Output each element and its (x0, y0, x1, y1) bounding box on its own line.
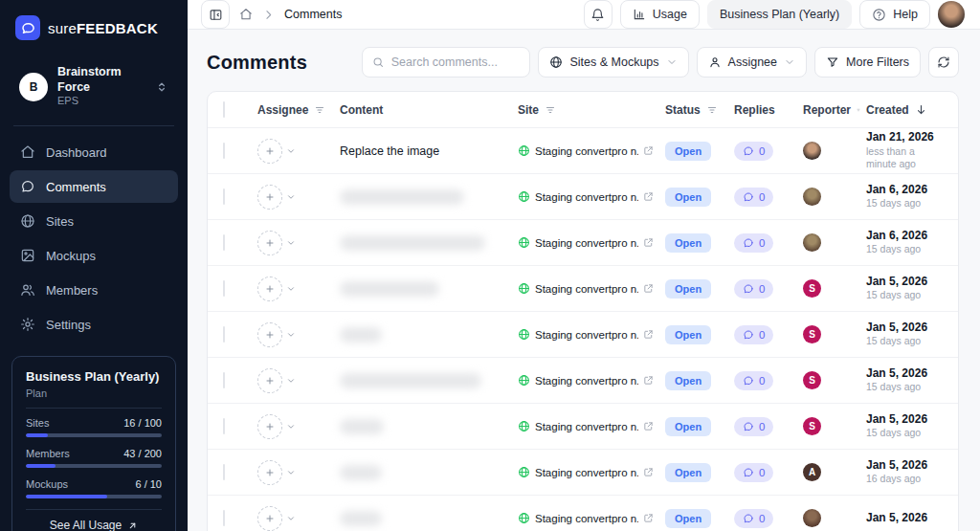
table-row[interactable]: Staging convertpro n... Open 0 Jan 6, 20… (208, 220, 958, 266)
row-checkbox[interactable] (223, 280, 225, 297)
sidebar-item-sites[interactable]: Sites (10, 205, 178, 237)
col-header-reporter[interactable]: Reporter (803, 103, 860, 117)
search-input[interactable] (391, 55, 521, 69)
chevron-down-icon[interactable] (286, 376, 296, 386)
table-row[interactable]: Staging convertpro n... Open 0 S Jan 5, … (208, 312, 958, 358)
chevron-down-icon[interactable] (286, 514, 296, 523)
sidebar-item-comments[interactable]: Comments (10, 170, 178, 203)
replies-count-pill: 0 (734, 142, 773, 161)
chevron-down-icon[interactable] (286, 192, 296, 202)
assign-user-button[interactable] (257, 185, 282, 210)
row-checkbox[interactable] (223, 326, 225, 343)
chevron-down-icon[interactable] (286, 468, 296, 477)
site-link[interactable]: Staging convertpro n... (518, 420, 659, 432)
sites-mockups-filter[interactable]: Sites & Mockups (538, 47, 688, 77)
external-link-icon[interactable] (643, 513, 654, 523)
usage-row-mockups: Mockups6 / 10 (26, 478, 162, 498)
sidebar-item-mockups[interactable]: Mockups (10, 239, 178, 272)
breadcrumb-home[interactable] (239, 8, 253, 21)
site-name: Staging convertpro n... (535, 513, 638, 524)
sidebar-item-settings[interactable]: Settings (10, 308, 178, 341)
notifications-button[interactable] (584, 0, 612, 29)
row-checkbox[interactable] (223, 234, 225, 251)
site-link[interactable]: Staging convertpro n... (518, 236, 659, 249)
assign-user-button[interactable] (257, 322, 282, 347)
table-row[interactable]: Replace the image Staging convertpro n..… (208, 128, 958, 174)
help-button[interactable]: Help (859, 0, 930, 29)
redacted-content (340, 327, 382, 343)
col-header-assignee[interactable]: Assignee (257, 103, 334, 117)
site-link[interactable]: Staging convertpro n... (518, 190, 659, 203)
row-checkbox[interactable] (223, 188, 225, 205)
assign-user-button[interactable] (257, 277, 282, 301)
status-badge: Open (665, 325, 711, 344)
table-row[interactable]: Staging convertpro n... Open 0 S Jan 5, … (208, 266, 958, 312)
col-header-status[interactable]: Status (665, 103, 728, 117)
reporter-avatar (803, 188, 821, 206)
usage-button[interactable]: Usage (620, 0, 700, 29)
assign-user-button[interactable] (257, 460, 282, 485)
row-checkbox[interactable] (223, 418, 225, 434)
site-link[interactable]: Staging convertpro n... (518, 374, 659, 387)
chevron-down-icon[interactable] (286, 284, 296, 294)
replies-count-pill: 0 (734, 463, 773, 482)
assign-user-button[interactable] (257, 231, 282, 255)
sidebar-item-label: Comments (46, 180, 106, 194)
refresh-button[interactable] (928, 47, 959, 77)
globe-icon (518, 282, 530, 295)
select-all-checkbox[interactable] (223, 101, 225, 118)
question-circle-icon (872, 8, 886, 22)
plus-icon (264, 329, 276, 341)
chevron-down-icon[interactable] (286, 146, 296, 156)
chevron-down-icon[interactable] (286, 330, 296, 340)
plus-icon (264, 421, 276, 432)
site-link[interactable]: Staging convertpro n... (518, 328, 659, 341)
assign-user-button[interactable] (257, 368, 282, 393)
collapse-sidebar-button[interactable] (201, 0, 230, 29)
external-link-icon[interactable] (643, 237, 654, 248)
row-checkbox[interactable] (223, 143, 225, 159)
chevron-down-icon[interactable] (286, 238, 296, 248)
table-row[interactable]: Staging convertpro n... Open 0 S Jan 5, … (208, 404, 958, 450)
table-row[interactable]: Staging convertpro n... Open 0 S Jan 5, … (208, 358, 958, 404)
user-avatar[interactable] (938, 1, 965, 28)
search-box[interactable] (362, 47, 530, 77)
more-filters-button[interactable]: More Filters (814, 47, 921, 77)
assign-user-button[interactable] (257, 414, 282, 439)
globe-icon (518, 466, 530, 478)
external-link-icon[interactable] (643, 375, 654, 386)
col-header-site[interactable]: Site (518, 103, 659, 117)
table-row[interactable]: Staging convertpro n... Open 0 Jan 6, 20… (208, 174, 958, 220)
site-link[interactable]: Staging convertpro n... (518, 282, 659, 295)
table-row[interactable]: Staging convertpro n... Open 0 Jan 5, 20… (208, 496, 958, 531)
site-link[interactable]: Staging convertpro n... (518, 144, 659, 157)
assignee-filter[interactable]: Assignee (697, 47, 807, 77)
plan-button[interactable]: Business Plan (Yearly) (707, 0, 852, 29)
assign-user-button[interactable] (257, 506, 282, 531)
row-checkbox[interactable] (223, 510, 225, 526)
site-link[interactable]: Staging convertpro n... (518, 466, 659, 478)
external-link-icon[interactable] (643, 329, 654, 340)
created-ago: 16 days ago (866, 473, 943, 486)
chevron-down-icon[interactable] (286, 422, 296, 431)
site-link[interactable]: Staging convertpro n... (518, 512, 659, 524)
page-title: Comments (207, 52, 307, 74)
sidebar-item-dashboard[interactable]: Dashboard (10, 136, 178, 168)
external-link-icon[interactable] (643, 283, 654, 294)
workspace-selector[interactable]: B Brainstorm Force EPS (11, 59, 176, 114)
home-icon (239, 8, 253, 21)
table-row[interactable]: Staging convertpro n... Open 0 A Jan 5, … (208, 450, 958, 496)
row-checkbox[interactable] (223, 372, 225, 388)
row-checkbox[interactable] (223, 464, 225, 480)
col-header-created[interactable]: Created (866, 103, 943, 117)
external-link-icon[interactable] (643, 467, 654, 477)
see-all-usage-link[interactable]: See All Usage (26, 509, 162, 531)
progress-bar (26, 495, 162, 498)
status-badge: Open (665, 463, 711, 482)
external-link-icon[interactable] (643, 191, 654, 202)
globe-icon (518, 190, 530, 203)
external-link-icon[interactable] (643, 145, 654, 156)
external-link-icon[interactable] (643, 421, 654, 431)
sidebar-item-members[interactable]: Members (10, 274, 178, 306)
assign-user-button[interactable] (257, 139, 282, 164)
